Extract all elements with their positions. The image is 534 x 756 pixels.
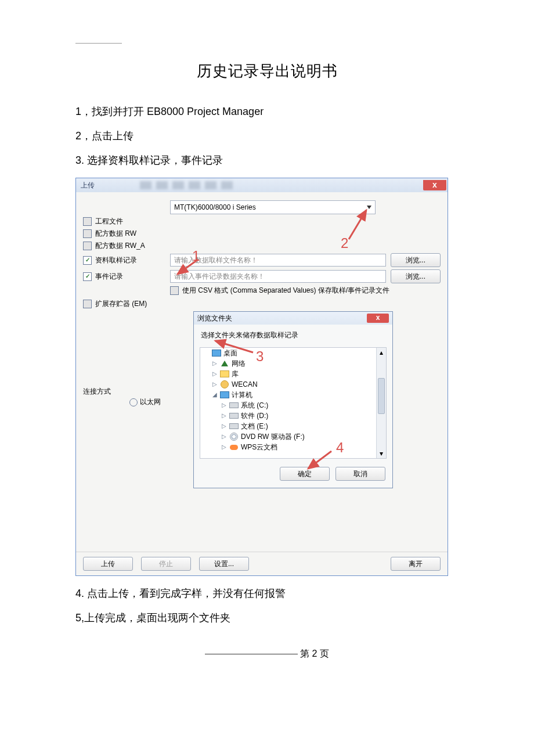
label-rw: 配方数据 RW: [95, 229, 136, 239]
node-cdrive[interactable]: ▷系统 (C:): [200, 400, 386, 411]
folder-tree[interactable]: 桌面 ▷网络 ▷库 ▷WECAN ◢计算机 ▷系统 (C:) ▷软件 (D:) …: [200, 347, 387, 459]
scroll-up-icon[interactable]: ▴: [377, 348, 386, 357]
input-sample-name[interactable]: 请输入数据取样文件名称！: [170, 254, 386, 267]
page-footer: 第 2 页: [75, 648, 459, 660]
step-2: 2，点击上传: [75, 129, 459, 143]
network-icon: [221, 361, 228, 366]
label-em: 扩展存贮器 (EM): [95, 299, 147, 309]
titlebar-blur: [140, 181, 233, 189]
placeholder-event: 请输入事件记录数据夹名称！: [174, 272, 265, 282]
header-rule: [75, 43, 122, 44]
node-computer[interactable]: ◢计算机: [200, 390, 386, 400]
computer-icon: [220, 391, 229, 398]
checkbox-project[interactable]: [83, 217, 92, 226]
series-value: MT(TK)6000/8000 i Series: [174, 203, 256, 211]
node-wecan-label: WECAN: [232, 380, 258, 388]
node-wps[interactable]: ▷WPS云文档: [200, 442, 386, 452]
user-icon: [221, 380, 229, 388]
doc-title: 历史记录导出说明书: [75, 61, 459, 81]
label-csv: 使用 CSV 格式 (Comma Separated Values) 保存取样/…: [182, 286, 389, 296]
center-area: 连接方式 以太网 浏览文件夹 x 选择文件夹来储存数据取样记录 桌面 ▷网络 ▷…: [83, 311, 441, 545]
desktop-icon: [212, 350, 221, 357]
cloud-icon: [230, 445, 238, 450]
connection-label: 连接方式: [83, 387, 111, 397]
browse-title: 浏览文件夹: [197, 314, 232, 323]
checkbox-csv[interactable]: [170, 286, 179, 295]
node-wecan[interactable]: ▷WECAN: [200, 379, 386, 390]
tree-scrollbar[interactable]: ▴ ▾: [376, 348, 386, 458]
radio-ethernet-label: 以太网: [140, 397, 161, 407]
browse-button-sample[interactable]: 浏览...: [391, 253, 441, 267]
bottom-bar: 上传 停止 设置... 离开: [76, 552, 448, 575]
checkbox-sample[interactable]: ✓: [83, 256, 92, 265]
chevron-down-icon: [367, 206, 371, 209]
node-edrive[interactable]: ▷文档 (E:): [200, 421, 386, 431]
scroll-thumb[interactable]: [378, 378, 385, 414]
node-computer-label: 计算机: [232, 390, 252, 400]
checkbox-em[interactable]: [83, 300, 92, 308]
browse-button-event[interactable]: 浏览...: [391, 269, 441, 283]
checkbox-event[interactable]: ✓: [83, 272, 92, 281]
disk-icon: [229, 413, 239, 419]
close-button[interactable]: x: [423, 180, 446, 190]
series-select[interactable]: MT(TK)6000/8000 i Series: [170, 200, 376, 214]
node-fdrive[interactable]: ▷DVD RW 驱动器 (F:): [200, 431, 386, 442]
step-3: 3. 选择资料取样记录，事件记录: [75, 153, 459, 167]
label-project: 工程文件: [95, 217, 123, 226]
node-desktop[interactable]: 桌面: [200, 348, 386, 358]
label-sample: 资料取样记录: [95, 255, 137, 265]
titlebar: 上传 x: [76, 178, 448, 192]
dialog-title: 上传: [76, 181, 99, 190]
node-cdrive-label: 系统 (C:): [241, 401, 268, 411]
browse-folder-dialog: 浏览文件夹 x 选择文件夹来储存数据取样记录 桌面 ▷网络 ▷库 ▷WECAN …: [193, 311, 393, 488]
screenshot: 上传 x MT(TK)6000/8000 i Series 工程文件 配方数据 …: [75, 178, 459, 576]
checkbox-rw[interactable]: [83, 229, 92, 238]
step-5: 5,上传完成，桌面出现两个文件夹: [75, 611, 459, 625]
scroll-down-icon[interactable]: ▾: [377, 449, 386, 458]
radio-ethernet[interactable]: 以太网: [129, 397, 161, 407]
dialog-body: MT(TK)6000/8000 i Series 工程文件 配方数据 RW 配方…: [76, 192, 448, 552]
checkbox-rwa[interactable]: [83, 242, 92, 250]
browse-message: 选择文件夹来储存数据取样记录: [194, 325, 392, 344]
leave-button[interactable]: 离开: [391, 557, 441, 571]
node-edrive-label: 文档 (E:): [241, 422, 268, 431]
step-4: 4. 点击上传，看到完成字样，并没有任何报警: [75, 586, 459, 600]
radio-icon: [129, 398, 138, 406]
stop-button[interactable]: 停止: [141, 557, 191, 571]
disk-icon: [229, 423, 239, 429]
browse-cancel-button[interactable]: 取消: [335, 467, 385, 481]
node-libs[interactable]: ▷库: [200, 369, 386, 379]
dvd-icon: [230, 433, 238, 441]
settings-button[interactable]: 设置...: [199, 557, 249, 571]
node-ddrive-label: 软件 (D:): [241, 411, 268, 421]
node-network[interactable]: ▷网络: [200, 358, 386, 369]
node-fdrive-label: DVD RW 驱动器 (F:): [241, 432, 305, 442]
upload-button[interactable]: 上传: [83, 557, 133, 571]
browse-ok-button[interactable]: 确定: [280, 467, 330, 481]
node-network-label: 网络: [232, 359, 246, 369]
input-event-name[interactable]: 请输入事件记录数据夹名称！: [170, 270, 386, 283]
placeholder-sample: 请输入数据取样文件名称！: [174, 255, 258, 265]
node-ddrive[interactable]: ▷软件 (D:): [200, 411, 386, 421]
browse-close-button[interactable]: x: [367, 314, 389, 323]
disk-icon: [229, 402, 239, 408]
document-page: 历史记录导出说明书 1，找到并打开 EB8000 Project Manager…: [0, 0, 534, 756]
upload-dialog: 上传 x MT(TK)6000/8000 i Series 工程文件 配方数据 …: [75, 178, 448, 576]
node-wps-label: WPS云文档: [241, 442, 277, 452]
node-desktop-label: 桌面: [223, 348, 237, 358]
label-event: 事件记录: [95, 272, 123, 282]
page-number: 第 2 页: [300, 649, 329, 658]
node-libs-label: 库: [232, 369, 239, 379]
folder-icon: [220, 370, 229, 377]
browse-titlebar: 浏览文件夹 x: [194, 312, 392, 325]
label-rwa: 配方数据 RW_A: [95, 241, 145, 251]
step-1: 1，找到并打开 EB8000 Project Manager: [75, 105, 459, 118]
